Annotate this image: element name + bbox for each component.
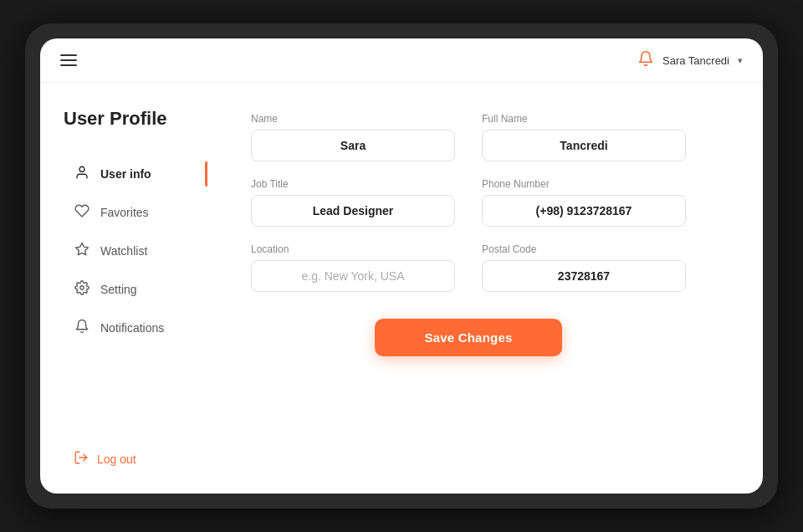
sidebar-item-user-info[interactable]: User info — [64, 156, 207, 192]
header: Sara Tancredi ▾ — [40, 38, 763, 83]
postal-group: Postal Code — [482, 243, 686, 292]
sidebar-item-label-setting: Setting — [100, 283, 137, 296]
jobtitle-label: Job Title — [251, 178, 455, 190]
save-changes-button[interactable]: Save Changes — [375, 319, 563, 356]
save-button-row: Save Changes — [251, 319, 686, 356]
profile-form: Name Full Name Job Title — [251, 113, 686, 292]
sidebar-item-favorites[interactable]: Favorites — [64, 195, 207, 230]
jobtitle-group: Job Title — [251, 178, 455, 227]
sidebar-item-label-favorites: Favorites — [100, 206, 149, 219]
phone-input[interactable] — [482, 195, 686, 227]
notification-bell-icon — [74, 319, 90, 337]
user-icon — [74, 165, 90, 183]
content-area: Name Full Name Job Title — [224, 83, 763, 494]
chevron-down-icon: ▾ — [738, 55, 743, 66]
sidebar-item-watchlist[interactable]: Watchlist — [64, 233, 207, 269]
location-label: Location — [251, 243, 455, 255]
phone-label: Phone Number — [482, 178, 686, 190]
logout-icon — [74, 450, 89, 468]
svg-point-2 — [80, 286, 84, 290]
name-label: Name — [251, 113, 455, 125]
sidebar: User Profile User info — [40, 83, 224, 494]
bell-icon[interactable] — [637, 50, 654, 70]
sidebar-nav: User info Favorites — [64, 156, 207, 433]
sidebar-item-notifications[interactable]: Notifications — [64, 310, 207, 345]
fullname-label: Full Name — [482, 113, 686, 125]
fullname-input[interactable] — [482, 130, 686, 161]
device-frame: Sara Tancredi ▾ User Profile — [25, 23, 778, 509]
jobtitle-input[interactable] — [251, 195, 455, 227]
header-user-name: Sara Tancredi — [662, 54, 729, 67]
sidebar-title: User Profile — [64, 108, 207, 130]
svg-marker-1 — [76, 243, 89, 255]
name-group: Name — [251, 113, 455, 161]
logout-label: Log out — [97, 453, 136, 466]
screen: Sara Tancredi ▾ User Profile — [40, 38, 763, 494]
phone-group: Phone Number — [482, 178, 686, 227]
gear-icon — [74, 280, 90, 299]
sidebar-item-label-notifications: Notifications — [100, 321, 164, 335]
heart-icon — [74, 203, 90, 222]
hamburger-menu-button[interactable] — [60, 54, 77, 66]
header-right: Sara Tancredi ▾ — [637, 50, 743, 70]
sidebar-item-setting[interactable]: Setting — [64, 272, 207, 307]
postal-label: Postal Code — [482, 243, 686, 255]
sidebar-item-label-user-info: User info — [100, 167, 151, 181]
fullname-group: Full Name — [482, 113, 686, 161]
location-group: Location — [251, 243, 455, 292]
sidebar-item-label-watchlist: Watchlist — [100, 244, 147, 258]
svg-point-0 — [79, 167, 84, 172]
logout-button[interactable]: Log out — [64, 442, 207, 477]
main-layout: User Profile User info — [40, 83, 763, 494]
postal-input[interactable] — [482, 260, 686, 292]
name-input[interactable] — [251, 130, 455, 161]
location-input[interactable] — [251, 260, 455, 292]
star-icon — [74, 242, 90, 260]
